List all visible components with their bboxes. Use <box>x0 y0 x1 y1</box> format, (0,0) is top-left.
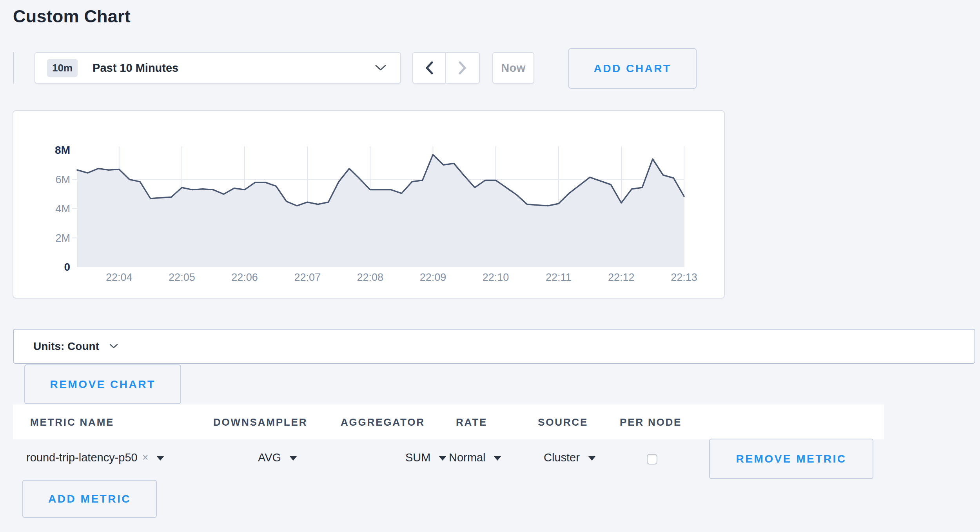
svg-text:22:04: 22:04 <box>106 271 132 283</box>
svg-text:0: 0 <box>64 261 70 273</box>
toolbar-divider <box>13 52 14 84</box>
units-dropdown[interactable]: Units: Count <box>13 329 975 364</box>
aggregator-select[interactable]: SUM <box>405 447 446 468</box>
downsampler-value: AVG <box>258 451 281 464</box>
custom-chart-page: Custom Chart 10m Past 10 Minutes Now ADD… <box>0 0 980 532</box>
chevron-left-icon <box>425 61 434 75</box>
chart-card: 22:0422:0522:0622:0722:0822:0922:1022:11… <box>13 110 725 299</box>
time-window-badge: 10m <box>47 59 78 77</box>
rate-select[interactable]: Normal <box>449 447 501 468</box>
column-header-metric-name: METRIC NAME <box>30 416 114 428</box>
svg-text:22:07: 22:07 <box>294 271 321 283</box>
per-node-checkbox[interactable] <box>647 454 657 465</box>
now-button[interactable]: Now <box>492 52 534 84</box>
prev-timeframe-button[interactable] <box>413 53 446 83</box>
column-header-source: SOURCE <box>538 416 588 428</box>
chevron-right-icon <box>458 61 467 75</box>
column-header-downsampler: DOWNSAMPLER <box>213 416 307 428</box>
add-chart-button[interactable]: ADD CHART <box>568 48 697 89</box>
svg-text:22:11: 22:11 <box>546 271 572 283</box>
svg-text:22:13: 22:13 <box>671 271 697 283</box>
svg-text:22:06: 22:06 <box>231 271 258 283</box>
svg-text:6M: 6M <box>55 174 70 186</box>
page-title: Custom Chart <box>13 6 131 27</box>
caret-down-icon <box>439 456 446 461</box>
add-metric-button[interactable]: ADD METRIC <box>22 480 157 518</box>
clear-metric-icon[interactable]: × <box>142 452 149 464</box>
time-pager <box>412 52 480 84</box>
caret-down-icon <box>157 456 164 461</box>
svg-text:4M: 4M <box>55 203 70 215</box>
time-window-label: Past 10 Minutes <box>93 62 178 75</box>
metric-name-value: round-trip-latency-p50 <box>26 451 138 464</box>
source-value: Cluster <box>544 451 580 464</box>
svg-text:22:08: 22:08 <box>357 271 384 283</box>
remove-metric-button[interactable]: REMOVE METRIC <box>709 439 873 479</box>
svg-text:2M: 2M <box>55 232 70 244</box>
next-timeframe-button[interactable] <box>446 53 479 83</box>
caret-down-icon <box>494 456 501 461</box>
metrics-table-header: METRIC NAME DOWNSAMPLER AGGREGATOR RATE … <box>13 404 884 439</box>
metric-name-select[interactable]: round-trip-latency-p50 × <box>26 447 164 468</box>
downsampler-select[interactable]: AVG <box>258 447 297 468</box>
chevron-down-icon <box>375 65 386 71</box>
svg-text:22:09: 22:09 <box>420 271 446 283</box>
rate-value: Normal <box>449 451 485 464</box>
time-window-select[interactable]: 10m Past 10 Minutes <box>34 52 401 84</box>
aggregator-value: SUM <box>405 451 430 464</box>
remove-chart-button[interactable]: REMOVE CHART <box>24 364 181 404</box>
column-header-per-node: PER NODE <box>620 416 682 428</box>
svg-text:8M: 8M <box>55 144 70 156</box>
column-header-rate: RATE <box>456 416 487 428</box>
svg-text:22:05: 22:05 <box>169 271 195 283</box>
column-header-aggregator: AGGREGATOR <box>341 416 425 428</box>
source-select[interactable]: Cluster <box>544 447 595 468</box>
timeseries-chart[interactable]: 22:0422:0522:0622:0722:0822:0922:1022:11… <box>13 111 724 298</box>
units-label: Units: Count <box>33 340 99 353</box>
svg-text:22:10: 22:10 <box>483 271 509 283</box>
chevron-down-icon <box>109 344 118 349</box>
caret-down-icon <box>290 456 297 461</box>
svg-text:22:12: 22:12 <box>608 271 635 283</box>
caret-down-icon <box>588 456 595 461</box>
